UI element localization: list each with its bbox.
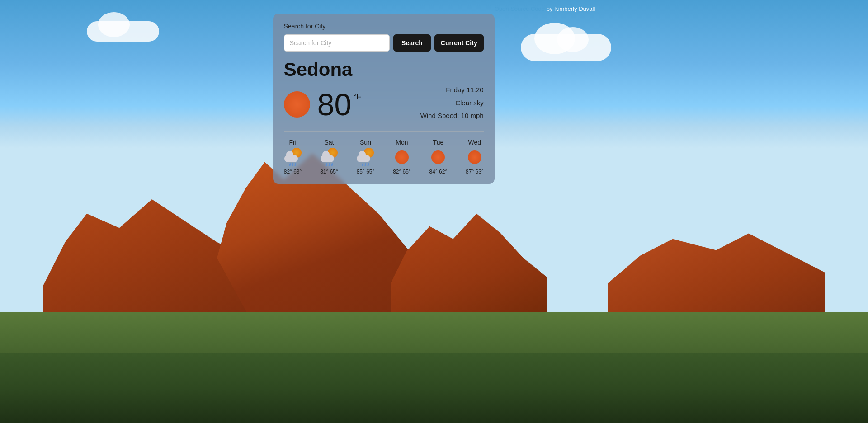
rain-drop-1: [326, 163, 328, 167]
rain-drop-2: [292, 163, 294, 167]
weather-icon-sun: [284, 91, 310, 118]
temperature-section: 80°F: [284, 89, 352, 120]
rock-formation-mid: [391, 201, 547, 328]
forecast-day-name: Fri: [289, 139, 296, 146]
forecast-icon: [321, 149, 338, 166]
cloud-front-icon: [284, 155, 298, 162]
ground-dark: [0, 353, 868, 423]
forecast-icon: [284, 149, 302, 166]
forecast-day: Fri 82° 63°: [284, 139, 302, 175]
forecast-day: Sat 81° 65°: [320, 139, 338, 175]
search-input[interactable]: [284, 34, 390, 52]
rain-drops-icon: [326, 163, 333, 166]
weather-card: Search for City Search Current City Sedo…: [273, 14, 495, 184]
cloud-2: [87, 21, 159, 42]
rain-drop-3: [294, 163, 297, 167]
search-button[interactable]: Search: [393, 34, 431, 52]
rain-drops-icon: [362, 163, 369, 166]
weather-condition: Clear sky: [420, 98, 484, 108]
forecast-temps: 82° 65°: [393, 169, 411, 175]
current-city-button[interactable]: Current City: [434, 34, 484, 52]
sun-cloud-icon: [357, 148, 374, 162]
sun-icon: [468, 150, 481, 164]
rain-drop-3: [367, 163, 369, 167]
forecast-day: Mon82° 65°: [393, 139, 411, 175]
forecast-temps: 84° 62°: [429, 169, 448, 175]
forecast-day-name: Sat: [325, 139, 334, 146]
rain-drop-3: [331, 163, 333, 167]
sun-icon: [395, 150, 409, 164]
temperature-unit: °F: [353, 93, 361, 101]
footer-author: by Kimberly Duvall: [545, 5, 595, 12]
weather-details: Friday 11:20 Clear sky Wind Speed: 10 mp…: [420, 85, 484, 124]
forecast-day-name: Wed: [468, 139, 481, 146]
forecast-icon: [429, 149, 447, 166]
sun-icon: [431, 150, 445, 164]
rain-drop-1: [362, 163, 364, 167]
forecast-day: Wed87° 63°: [466, 139, 484, 175]
search-label: Search for City: [284, 23, 484, 30]
rain-cloud-icon: [321, 148, 338, 166]
divider: [284, 131, 484, 132]
cloud-1: [521, 34, 611, 61]
forecast-icon: [466, 149, 483, 166]
rain-cloud-icon: [284, 148, 302, 166]
forecast-section: Fri 82° 63°Sat: [284, 139, 484, 175]
forecast-day-name: Mon: [396, 139, 408, 146]
rock-formation-right: [608, 217, 825, 328]
cloud-front-icon: [321, 155, 334, 162]
wind-speed: Wind Speed: 10 mph: [420, 111, 484, 121]
forecast-day-name: Tue: [433, 139, 444, 146]
sun-cloud-icon: [321, 148, 338, 162]
forecast-day-name: Sun: [360, 139, 371, 146]
temperature-value: 80: [317, 87, 352, 122]
search-row: Search Current City: [284, 34, 484, 52]
city-name: Sedona: [284, 59, 484, 80]
rain-drops-icon: [289, 163, 296, 166]
day-time: Friday 11:20: [420, 85, 484, 95]
forecast-day: Tue84° 62°: [429, 139, 448, 175]
forecast-temps: 82° 63°: [284, 169, 302, 175]
rain-cloud-icon: [357, 148, 374, 166]
forecast-temps: 81° 65°: [320, 169, 338, 175]
rain-drop-1: [289, 163, 291, 167]
footer: Open Source Code by Kimberly Duvall: [495, 5, 595, 12]
forecast-icon: [393, 149, 410, 166]
rain-drop-2: [328, 163, 330, 167]
main-weather-section: 80°F Friday 11:20 Clear sky Wind Speed: …: [284, 85, 484, 124]
source-code-link[interactable]: Open Source Code: [495, 5, 545, 12]
forecast-icon: [357, 149, 374, 166]
forecast-day: Sun 85° 65°: [357, 139, 375, 175]
forecast-temps: 87° 63°: [466, 169, 484, 175]
forecast-temps: 85° 65°: [357, 169, 375, 175]
rain-drop-2: [364, 163, 367, 167]
temperature-display: 80°F: [317, 89, 352, 120]
cloud-front-icon: [357, 155, 370, 162]
sun-cloud-icon: [284, 148, 302, 162]
